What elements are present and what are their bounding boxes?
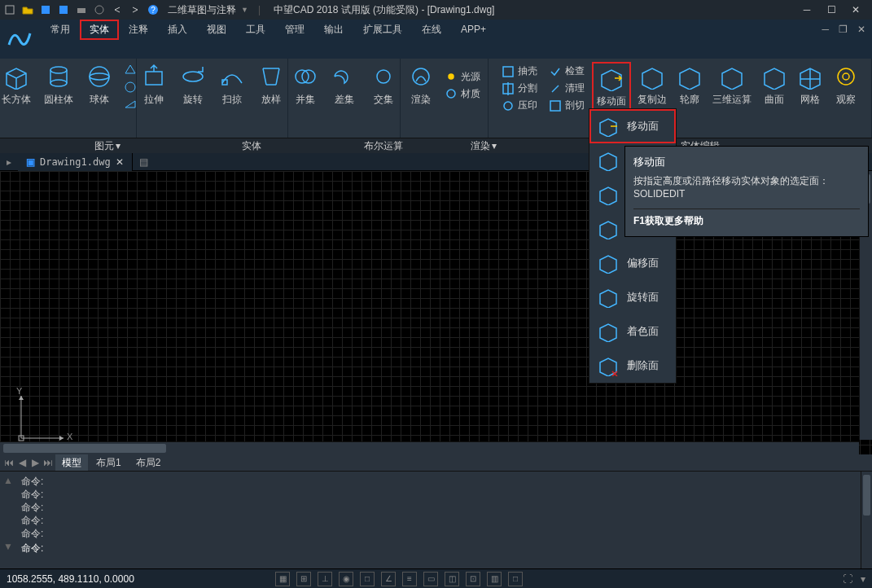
qat-save-icon[interactable] xyxy=(39,3,52,16)
layout-last-icon[interactable]: ⏭ xyxy=(42,457,54,468)
wedge-icon[interactable] xyxy=(124,98,137,113)
shell-button[interactable]: 抽壳 xyxy=(499,64,540,79)
close-button[interactable]: ✕ xyxy=(849,4,862,15)
tab-output[interactable]: 输出 xyxy=(314,20,353,40)
tab-model[interactable]: 模型 xyxy=(55,454,88,472)
surface-button[interactable]: 曲面 xyxy=(758,62,791,115)
model-toggle[interactable]: ▥ xyxy=(487,572,502,586)
dd-color-face[interactable]: 着色面 xyxy=(589,314,676,349)
status-bar: 1058.2555, 489.1110, 0.0000 ▦ ⊞ ⊥ ◉ □ ∠ … xyxy=(0,568,872,588)
maximize-button[interactable]: ☐ xyxy=(825,4,838,15)
qat-new-icon[interactable] xyxy=(3,3,16,16)
qat-print-icon[interactable] xyxy=(75,3,88,16)
ortho-toggle[interactable]: ⊥ xyxy=(318,572,332,586)
polar-toggle[interactable]: ◉ xyxy=(339,572,353,586)
sweep-button[interactable]: 扫掠 xyxy=(216,62,248,108)
layout-next-icon[interactable]: ▶ xyxy=(29,457,41,468)
union-button[interactable]: 并集 xyxy=(289,62,322,108)
tab-ext[interactable]: 扩展工具 xyxy=(353,20,412,40)
box-button[interactable]: 长方体 xyxy=(0,62,34,115)
cycle-toggle[interactable]: ◫ xyxy=(445,572,459,586)
imprint-button[interactable]: 压印 xyxy=(499,98,540,113)
section-button[interactable]: 剖切 xyxy=(546,98,587,113)
move-face-button[interactable]: 移动面 xyxy=(592,62,631,115)
minimize-button[interactable]: ─ xyxy=(800,4,813,15)
tab-layout2[interactable]: 布局2 xyxy=(129,454,168,472)
new-doc-tab-icon[interactable]: ▤ xyxy=(133,156,155,168)
cmd-history-line: 命令: xyxy=(21,501,865,514)
cmd-scroll-down-icon[interactable]: ▼ xyxy=(3,541,13,552)
tab-solid[interactable]: 实体 xyxy=(80,20,119,40)
fullscreen-icon[interactable]: ⛶ xyxy=(843,573,852,585)
app-logo[interactable] xyxy=(0,20,39,59)
light-button[interactable]: 光源 xyxy=(442,69,483,85)
doc-tab-close-icon[interactable]: ✕ xyxy=(116,156,124,168)
osnap-toggle[interactable]: □ xyxy=(360,572,375,586)
layout-prev-icon[interactable]: ◀ xyxy=(16,457,28,468)
qat-saveas-icon[interactable] xyxy=(57,3,70,16)
extra-toggle[interactable]: □ xyxy=(508,572,523,586)
dd-offset-face[interactable]: 偏移面 xyxy=(589,246,676,280)
doc-tab[interactable]: ▣ Drawing1.dwg ✕ xyxy=(18,153,133,171)
command-input[interactable]: 命令: xyxy=(21,540,865,555)
tab-tools[interactable]: 工具 xyxy=(236,20,275,40)
otrack-toggle[interactable]: ∠ xyxy=(381,572,396,586)
workspace-dropdown[interactable]: 二维草图与注释 xyxy=(168,3,236,17)
observe-button[interactable]: 观察 xyxy=(830,62,862,115)
qat-undo-icon[interactable] xyxy=(111,3,124,16)
canvas-scroll-h[interactable] xyxy=(0,441,859,454)
subtract-button[interactable]: 差集 xyxy=(328,62,361,108)
dd-move-face[interactable]: 移动面 xyxy=(589,109,676,143)
dd-delete-face[interactable]: 删除面 xyxy=(589,349,676,383)
slice-button[interactable]: 分割 xyxy=(499,81,540,96)
mesh-button[interactable]: 网格 xyxy=(794,62,826,115)
qat-open-icon[interactable] xyxy=(21,3,34,16)
tab-insert[interactable]: 插入 xyxy=(158,20,197,40)
settings-arrow-icon[interactable]: ▾ xyxy=(861,573,865,585)
dyn-input-toggle[interactable]: ⊡ xyxy=(466,572,480,586)
loft-button[interactable]: 放样 xyxy=(255,62,287,108)
render-button[interactable]: 渲染 xyxy=(405,62,437,108)
lineweight-toggle[interactable]: ≡ xyxy=(402,572,417,586)
clean-button[interactable]: 清理 xyxy=(546,81,587,96)
doc-close-button[interactable]: ✕ xyxy=(857,24,865,35)
material-button[interactable]: 材质 xyxy=(442,86,483,102)
extrude-button[interactable]: 拉伸 xyxy=(138,62,170,108)
silhouette-button[interactable]: 轮廓 xyxy=(673,62,706,115)
cylinder-button[interactable]: 圆柱体 xyxy=(41,62,77,115)
dynmode-toggle[interactable]: ▭ xyxy=(423,572,438,586)
intersect-button[interactable]: 交集 xyxy=(367,62,400,108)
snap-toggle[interactable]: ▦ xyxy=(275,572,290,586)
torus-icon[interactable] xyxy=(124,81,137,96)
qat-redo-icon[interactable] xyxy=(129,3,142,16)
qat-help-icon[interactable]: ? xyxy=(147,3,160,16)
loft-label: 放样 xyxy=(261,93,281,107)
copy-edge-button[interactable]: 复制边 xyxy=(634,62,670,115)
qat-preview-icon[interactable] xyxy=(93,3,106,16)
grid-toggle[interactable]: ⊞ xyxy=(296,572,311,586)
cmd-scroll-v[interactable] xyxy=(861,472,872,568)
tab-manage[interactable]: 管理 xyxy=(275,20,314,40)
cone-icon[interactable] xyxy=(124,64,137,79)
tab-online[interactable]: 在线 xyxy=(412,20,451,40)
tab-app[interactable]: APP+ xyxy=(451,20,496,38)
command-window[interactable]: ▲ ▼ 命令: 命令: 命令: 命令: 命令: 命令: xyxy=(0,471,872,568)
layout-first-icon[interactable]: ⏮ xyxy=(3,457,15,468)
sphere-button[interactable]: 球体 xyxy=(83,62,116,115)
doc-tab-name: Drawing1.dwg xyxy=(40,156,111,168)
tab-layout1[interactable]: 布局1 xyxy=(90,454,128,472)
doc-minimize-button[interactable]: ─ xyxy=(822,24,829,35)
3d-op-button[interactable]: 三维运算 xyxy=(709,62,755,115)
dd-rotate-face[interactable]: 旋转面 xyxy=(589,280,676,314)
tab-view[interactable]: 视图 xyxy=(197,20,236,40)
cmd-scroll-up-icon[interactable]: ▲ xyxy=(3,475,13,486)
svg-rect-1 xyxy=(42,6,50,14)
doc-restore-button[interactable]: ❐ xyxy=(839,24,848,35)
dd-move-face-label: 移动面 xyxy=(627,119,659,134)
tab-common[interactable]: 常用 xyxy=(41,20,80,40)
check-button[interactable]: 检查 xyxy=(546,64,587,79)
workspace-arrow-icon[interactable]: ▼ xyxy=(241,6,248,14)
tab-annotate[interactable]: 注释 xyxy=(119,20,158,40)
revolve-button[interactable]: 旋转 xyxy=(177,62,209,108)
doc-tab-arrow-icon[interactable]: ▸ xyxy=(0,156,18,168)
